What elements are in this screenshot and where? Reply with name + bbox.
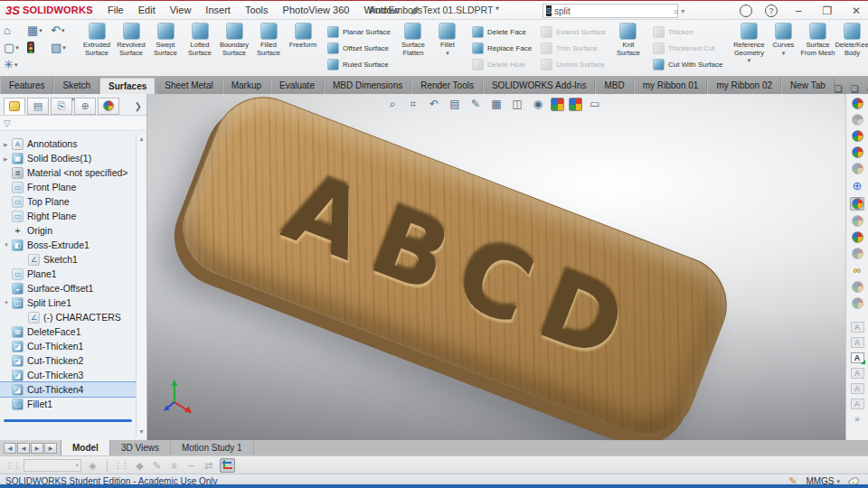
ribbon-button[interactable]: Extruded Surface: [80, 20, 114, 76]
tree-item[interactable]: ▭ Plane1: [0, 267, 137, 281]
menu-item[interactable]: Edit: [131, 2, 163, 18]
sidebar-icon-final-render[interactable]: [850, 231, 864, 243]
tree-item[interactable]: ∠ (-) CHARACTERS: [0, 310, 137, 324]
ribbon-stack-button[interactable]: Ruled Surface: [326, 56, 394, 72]
sidebar-icon-annotation-view-3[interactable]: A: [851, 352, 864, 363]
tab-dimxpertmanager[interactable]: ⊕: [74, 98, 96, 115]
tree-item[interactable]: ◪ Cut-Thicken3: [0, 368, 137, 382]
search-caret-icon[interactable]: ▾: [681, 7, 684, 15]
tree-item[interactable]: ▼ ◧ Boss-Extrude1: [0, 238, 137, 252]
selection-filter-dropdown[interactable]: ▾: [24, 459, 81, 472]
heads-up-icon-edit-appearance[interactable]: [551, 98, 564, 111]
heads-up-icon-view-orientation[interactable]: ▦: [488, 97, 505, 112]
menu-item[interactable]: File: [100, 2, 131, 18]
tree-item[interactable]: ▭ Right Plane: [0, 209, 137, 223]
command-tab[interactable]: SOLIDWORKS Add-Ins: [483, 78, 595, 94]
ribbon-button[interactable]: Boundary Surface: [217, 20, 251, 76]
tab-propertymanager[interactable]: ▤: [27, 98, 49, 115]
command-tab[interactable]: MBD: [595, 78, 633, 94]
scroll-down-icon[interactable]: ▼: [138, 428, 145, 435]
ribbon-button[interactable]: Surface Flatten: [396, 20, 430, 76]
heads-up-icon-apply-scene[interactable]: [569, 98, 582, 111]
tree-filter-row[interactable]: ▽: [0, 116, 146, 131]
command-tab[interactable]: Sheet Metal: [156, 78, 222, 94]
heads-up-icon-zoom-to-area[interactable]: ⌗: [405, 97, 421, 112]
doc-window-control-icon-pane-left[interactable]: ❏: [835, 84, 843, 94]
ribbon-stack-button[interactable]: Trim Surface: [539, 40, 609, 56]
quick-access-button-rebuild[interactable]: [27, 42, 51, 53]
sidebar-icon-edit-decal[interactable]: [850, 163, 864, 174]
heads-up-icon-display-style[interactable]: ◫: [509, 97, 525, 112]
quick-access-button-open[interactable]: ▧▾: [51, 41, 74, 54]
command-tab[interactable]: Evaluate: [270, 78, 324, 94]
sidebar-icon-edit-scene[interactable]: [850, 146, 864, 158]
command-tab[interactable]: Sketch: [53, 78, 99, 94]
tree-item[interactable]: ▭ Top Plane: [0, 194, 137, 209]
ribbon-button[interactable]: Swept Surface: [148, 20, 183, 76]
quick-access-button-options[interactable]: ✳▾: [4, 58, 27, 71]
tree-item[interactable]: ≣ Material <not specified>: [0, 165, 137, 180]
quick-access-button-undo[interactable]: ↶▾: [51, 23, 74, 37]
quick-access-button-home[interactable]: ⌂: [4, 23, 27, 37]
sidebar-icon-annotation-view-4[interactable]: A: [851, 368, 864, 379]
tree-item[interactable]: ▭ Front Plane: [0, 180, 137, 194]
search-box[interactable]: S ⌕ ▾: [542, 4, 678, 18]
panel-expand-arrow[interactable]: ❯: [135, 101, 145, 111]
view-axes-toggle[interactable]: [220, 458, 235, 473]
ribbon-stack-button[interactable]: Replace Face: [470, 40, 535, 56]
view-tab[interactable]: Model: [61, 440, 110, 455]
format-tool-icon-appearance-filter[interactable]: ◆: [132, 458, 147, 473]
command-tab[interactable]: New Tab: [781, 78, 835, 94]
minimize-button[interactable]: –: [790, 5, 807, 17]
search-input[interactable]: [554, 6, 674, 16]
sidebar-icon-paste-appearance[interactable]: [850, 130, 864, 142]
view-tab[interactable]: Motion Study 1: [171, 440, 254, 455]
format-tool-icon-line-thickness[interactable]: ≡: [166, 458, 182, 473]
command-tab[interactable]: Render Tools: [411, 78, 483, 94]
ribbon-button[interactable]: Surface From Mesh: [800, 20, 835, 76]
tree-item[interactable]: ▼ ◫ Split Line1: [0, 296, 137, 310]
sidebar-icon-annotation-view-5[interactable]: A: [851, 383, 864, 394]
ribbon-stack-button[interactable]: Thicken: [651, 23, 726, 40]
tree-scrollbar[interactable]: ▲ ▼: [136, 134, 146, 436]
scroll-up-icon[interactable]: ▲: [138, 136, 145, 142]
sidebar-icon-annotation-view-6[interactable]: A: [851, 399, 864, 409]
sidebar-icon-edit-appearance[interactable]: [850, 98, 864, 109]
doc-window-control-icon-pane-right[interactable]: ❏: [851, 84, 859, 94]
expand-arrow-icon[interactable]: ▼: [4, 300, 12, 305]
user-account-icon[interactable]: [740, 5, 752, 17]
expand-arrow-icon[interactable]: ▼: [4, 242, 12, 248]
sidebar-icon-annotation-view-1[interactable]: A: [851, 322, 864, 333]
ribbon-stack-button[interactable]: Delete Face: [470, 23, 535, 40]
command-tab[interactable]: Features: [0, 78, 53, 94]
tree-item[interactable]: ◪ Cut-Thicken2: [0, 353, 137, 368]
sidebar-icon-more-chevron[interactable]: »: [850, 414, 864, 424]
tree-item[interactable]: ▶ A Annotations: [0, 136, 137, 151]
sidebar-icon-integrated-preview[interactable]: [850, 215, 864, 227]
ribbon-stack-button[interactable]: Planar Surface: [326, 23, 394, 40]
ribbon-button[interactable]: Lofted Surface: [183, 20, 217, 76]
menu-item[interactable]: Tools: [238, 2, 276, 18]
sidebar-icon-annotation-view-2[interactable]: A: [851, 337, 864, 348]
tree-item[interactable]: ⊠ DeleteFace1: [0, 324, 137, 339]
sidebar-icon-recall-last-render[interactable]: [850, 297, 864, 309]
ribbon-button[interactable]: Revolved Surface: [114, 20, 148, 76]
format-tool-icon-line-style[interactable]: ╌: [184, 458, 199, 473]
ribbon-stack-button[interactable]: Delete Hole: [470, 56, 535, 72]
format-tool-icon-line-color[interactable]: ✎: [149, 458, 165, 473]
sidebar-icon-render-options[interactable]: ∞: [850, 264, 864, 277]
tab-nav-arrow-next-tab[interactable]: ▶: [31, 443, 43, 454]
ribbon-button[interactable]: Fillet▾: [430, 20, 465, 76]
format-tool-icon-flip-direction[interactable]: ⇄: [201, 458, 216, 473]
restore-button[interactable]: ❐: [819, 5, 835, 17]
ribbon-stack-button[interactable]: Offset Surface: [326, 40, 394, 56]
ribbon-button[interactable]: Freeform: [286, 20, 320, 76]
ribbon-button[interactable]: Curves▾: [766, 20, 800, 76]
heads-up-icon-zoom-to-fit[interactable]: ⌕: [384, 97, 401, 112]
ribbon-button[interactable]: Knit Surface: [611, 20, 646, 76]
sidebar-icon-target-preview[interactable]: ⊕: [850, 179, 864, 192]
command-tab[interactable]: Markup: [222, 78, 270, 94]
command-tab[interactable]: Surfaces: [99, 78, 156, 94]
wood-block-model[interactable]: ABCD: [168, 94, 741, 440]
quick-access-button-save[interactable]: ▦▾: [27, 23, 51, 37]
